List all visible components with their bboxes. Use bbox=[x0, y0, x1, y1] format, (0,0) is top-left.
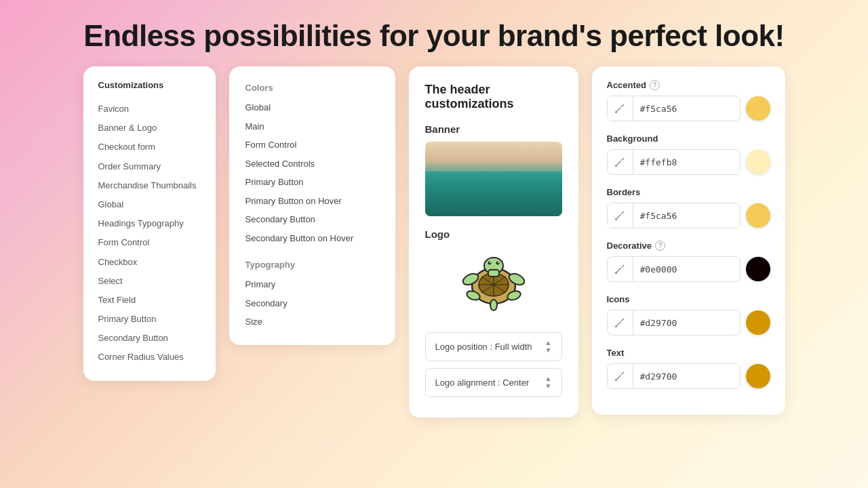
color-row-accented: Accented? bbox=[607, 80, 770, 121]
left-nav-item-checkbox[interactable]: Checkbox bbox=[98, 253, 201, 272]
color-label-accented: Accented? bbox=[607, 80, 770, 90]
left-nav-item-merchandise-thumbnails[interactable]: Merchandise Thumbnails bbox=[98, 176, 201, 195]
left-nav-item-checkout-form[interactable]: Checkout form bbox=[98, 138, 201, 157]
color-swatch-icons[interactable] bbox=[746, 310, 770, 335]
right-panel: Accented? Background Borders Decorative?… bbox=[592, 66, 785, 415]
colors-label: Colors bbox=[245, 83, 379, 93]
left-nav-item-order-summary[interactable]: Order Summary bbox=[98, 157, 201, 176]
color-swatch-decorative[interactable] bbox=[746, 257, 770, 281]
center-panel: The header customizations Banner Logo bbox=[409, 66, 578, 418]
logo-heading: Logo bbox=[425, 228, 562, 240]
middle-panel: Colors GlobalMainForm ControlSelected Co… bbox=[229, 66, 395, 345]
color-input-row-decorative bbox=[607, 256, 770, 282]
left-nav-item-form-control[interactable]: Form Control bbox=[98, 233, 201, 252]
eyedropper-button-borders[interactable] bbox=[608, 203, 633, 228]
color-input-group-icons bbox=[607, 310, 741, 336]
color-label-icons: Icons bbox=[607, 294, 770, 304]
help-icon-accented[interactable]: ? bbox=[650, 80, 660, 90]
color-label-background: Background bbox=[607, 134, 770, 144]
wave-overlay bbox=[425, 171, 562, 216]
color-swatch-text[interactable] bbox=[746, 364, 770, 388]
colors-nav-item-main[interactable]: Main bbox=[245, 117, 379, 136]
turtle-icon bbox=[453, 247, 534, 321]
colors-nav-item-primary-button-on-hover[interactable]: Primary Button on Hover bbox=[245, 192, 379, 211]
hex-input-background[interactable] bbox=[633, 157, 741, 167]
eyedropper-button-accented[interactable] bbox=[608, 96, 633, 121]
left-nav-item-global[interactable]: Global bbox=[98, 195, 201, 214]
hex-input-decorative[interactable] bbox=[633, 264, 741, 274]
svg-rect-11 bbox=[488, 270, 499, 277]
color-input-group-text bbox=[607, 363, 741, 389]
colors-nav-item-global[interactable]: Global bbox=[245, 98, 379, 117]
colors-nav-item-secondary-button[interactable]: Secondary Button bbox=[245, 210, 379, 229]
logo-alignment-label: Logo alignment : Center bbox=[435, 378, 530, 388]
customizations-title: Customizations bbox=[98, 80, 201, 90]
typography-nav-item-size[interactable]: Size bbox=[245, 312, 379, 331]
left-panel: Customizations FaviconBanner & LogoCheck… bbox=[83, 66, 216, 381]
hex-input-borders[interactable] bbox=[633, 211, 741, 221]
color-input-group-borders bbox=[607, 203, 741, 228]
svg-point-17 bbox=[615, 111, 617, 113]
left-nav-item-favicon[interactable]: Favicon bbox=[98, 100, 201, 119]
hex-input-icons[interactable] bbox=[633, 318, 741, 328]
logo-position-label: Logo position : Full width bbox=[435, 342, 532, 352]
hex-input-text[interactable] bbox=[633, 371, 741, 382]
svg-point-7 bbox=[488, 262, 491, 265]
color-rows-container: Accented? Background Borders Decorative?… bbox=[607, 80, 770, 389]
eyedropper-button-text[interactable] bbox=[608, 363, 633, 389]
svg-point-8 bbox=[496, 262, 499, 265]
color-row-background: Background bbox=[607, 134, 770, 175]
page-headline: Endless possibilities for your brand's p… bbox=[0, 0, 868, 66]
svg-point-18 bbox=[615, 165, 617, 167]
left-nav-item-headings-typography[interactable]: Headings Typography bbox=[98, 214, 201, 233]
left-nav-item-select[interactable]: Select bbox=[98, 272, 201, 291]
colors-nav-item-primary-button[interactable]: Primary Button bbox=[245, 173, 379, 192]
svg-point-9 bbox=[489, 262, 490, 263]
svg-point-22 bbox=[615, 379, 617, 381]
help-icon-decorative[interactable]: ? bbox=[655, 241, 665, 251]
color-label-borders: Borders bbox=[607, 187, 770, 197]
left-nav: FaviconBanner & LogoCheckout formOrder S… bbox=[98, 100, 201, 367]
svg-point-20 bbox=[615, 272, 617, 274]
colors-nav-item-form-control[interactable]: Form Control bbox=[245, 136, 379, 155]
svg-point-10 bbox=[497, 262, 498, 263]
colors-nav-item-secondary-button-on-hover[interactable]: Secondary Button on Hover bbox=[245, 229, 379, 248]
color-swatch-background[interactable] bbox=[746, 150, 770, 174]
left-nav-item-secondary-button[interactable]: Secondary Button bbox=[98, 329, 201, 348]
typography-nav: PrimarySecondarySize bbox=[245, 275, 379, 331]
left-nav-item-corner-radius-values[interactable]: Corner Radius Values bbox=[98, 348, 201, 367]
color-row-icons: Icons bbox=[607, 294, 770, 336]
logo-position-dropdown[interactable]: Logo position : Full width ▲ ▼ bbox=[425, 332, 562, 361]
colors-nav-item-selected-controls[interactable]: Selected Controls bbox=[245, 155, 379, 174]
panels-container: Customizations FaviconBanner & LogoCheck… bbox=[0, 66, 868, 418]
color-input-row-text bbox=[607, 363, 770, 389]
left-nav-item-primary-button[interactable]: Primary Button bbox=[98, 310, 201, 329]
eyedropper-button-background[interactable] bbox=[608, 149, 633, 175]
color-label-decorative: Decorative? bbox=[607, 241, 770, 251]
color-swatch-accented[interactable] bbox=[746, 96, 770, 121]
left-nav-item-banner-&-logo[interactable]: Banner & Logo bbox=[98, 119, 201, 138]
banner-heading: Banner bbox=[425, 123, 562, 135]
color-input-row-borders bbox=[607, 203, 770, 228]
turtle-container bbox=[425, 247, 562, 321]
typography-nav-item-primary[interactable]: Primary bbox=[245, 275, 379, 294]
color-input-row-icons bbox=[607, 310, 770, 336]
center-panel-title: The header customizations bbox=[425, 83, 562, 111]
banner-image-inner bbox=[425, 142, 562, 216]
eyedropper-button-decorative[interactable] bbox=[608, 256, 633, 282]
typography-section: Typography PrimarySecondarySize bbox=[245, 260, 379, 331]
color-row-text: Text bbox=[607, 348, 770, 389]
color-input-group-decorative bbox=[607, 256, 741, 282]
left-nav-item-text-field[interactable]: Text Field bbox=[98, 291, 201, 310]
color-label-text: Text bbox=[607, 348, 770, 358]
logo-alignment-dropdown[interactable]: Logo alignment : Center ▲ ▼ bbox=[425, 368, 562, 397]
dropdown-arrows-position: ▲ ▼ bbox=[545, 340, 552, 354]
color-input-group-background bbox=[607, 149, 741, 175]
eyedropper-button-icons[interactable] bbox=[608, 310, 633, 336]
color-swatch-borders[interactable] bbox=[746, 203, 770, 228]
typography-label: Typography bbox=[245, 260, 379, 270]
banner-image bbox=[425, 142, 562, 216]
dropdown-arrows-alignment: ▲ ▼ bbox=[545, 375, 552, 390]
typography-nav-item-secondary[interactable]: Secondary bbox=[245, 294, 379, 313]
hex-input-accented[interactable] bbox=[633, 104, 741, 114]
